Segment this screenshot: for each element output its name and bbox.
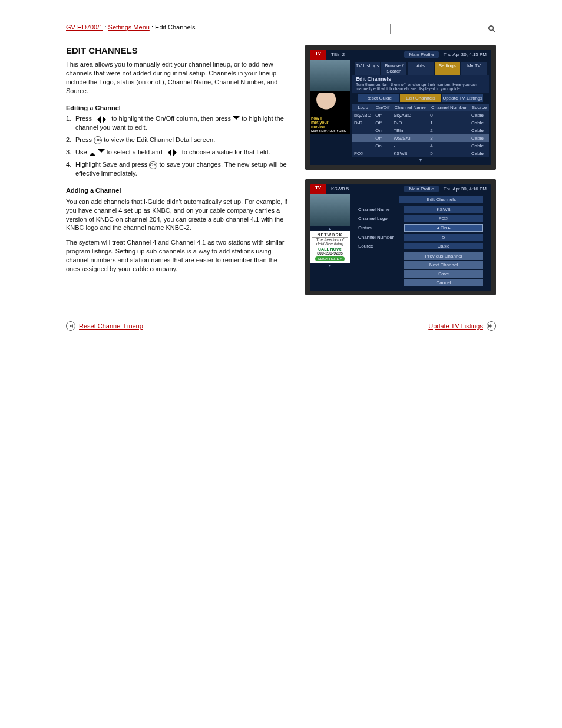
clock-label: Thu Apr 30, 4:16 PM — [444, 186, 487, 192]
cancel-button[interactable]: Cancel — [404, 279, 483, 286]
field-label: Status — [358, 225, 404, 230]
field-channel-number[interactable]: Channel Number 5 — [352, 233, 489, 242]
profile-badge: Main Profile — [404, 186, 438, 192]
rewind-icon — [66, 321, 75, 331]
ad-tagline: debt-free living — [312, 242, 348, 246]
ok-button-icon: OK — [94, 136, 102, 144]
field-status[interactable]: Status ◂ On ▸ — [352, 223, 489, 233]
field-channel-name[interactable]: Channel Name KSWB — [352, 205, 489, 214]
tab-browse[interactable]: Browse / Search — [381, 62, 406, 75]
screenshot-edit-channels-list: TV TBin 2 Main Profile Thu Apr 30, 4:15 … — [305, 45, 496, 170]
scroll-down-icon[interactable]: ▾ — [310, 263, 350, 268]
search-input[interactable] — [390, 24, 484, 34]
step-text: to highlight the On/Off column, then pre… — [111, 115, 233, 122]
field-label: Source — [358, 243, 404, 249]
fast-forward-icon — [487, 321, 496, 331]
col-number: Channel Number — [428, 104, 470, 111]
settings-subtabs: Reset Guide Edit Channels Update TV List… — [352, 93, 489, 104]
prev-article-link[interactable]: Reset Channel Lineup — [79, 322, 143, 330]
table-row[interactable]: FOX-KSWB5Cable — [352, 150, 489, 157]
search-form — [390, 24, 496, 34]
edit-step-3: Use to select a field and to choose a va… — [66, 148, 290, 157]
guide-tabs: TV Listings Browse / Search Ads Settings… — [352, 62, 489, 75]
tv-guide-logo: TV — [310, 50, 326, 60]
panel-heading: Edit Channels — [356, 76, 485, 82]
arrow-right-icon — [103, 116, 110, 123]
add-paragraph-2: The system will treat Channel 4 and Chan… — [66, 238, 290, 273]
tab-settings[interactable]: Settings — [435, 62, 460, 75]
arrow-left-icon — [164, 149, 171, 156]
preview-thumbnail — [310, 194, 350, 226]
ad-brand: NETWORK — [312, 233, 348, 238]
breadcrumb-current: : Edit Channels — [150, 24, 196, 31]
breadcrumb: GV-HD700/1 : Settings Menu : Edit Channe… — [66, 24, 196, 31]
ad-callout: CALL NOW! — [312, 247, 348, 251]
promo-himym: how i met your mother Mon 8:30/7:30c ●CB… — [310, 91, 350, 134]
field-value: Cable — [404, 243, 483, 249]
scroll-down-icon[interactable]: ▾ — [352, 157, 489, 163]
profile-badge: Main Profile — [404, 51, 438, 58]
screenshots-column: TV TBin 2 Main Profile Thu Apr 30, 4:15 … — [305, 45, 496, 305]
step-text: to select a field and — [107, 149, 164, 156]
clock-label: Thu Apr 30, 4:15 PM — [444, 52, 487, 57]
field-channel-logo[interactable]: Channel Logo FOX — [352, 214, 489, 223]
ok-button-icon: OK — [149, 161, 157, 169]
channels-table: Logo On/Off Channel Name Channel Number … — [352, 104, 489, 157]
table-row[interactable]: On-4Cable — [352, 142, 489, 150]
arrow-up-icon — [89, 149, 96, 156]
scroll-up-icon[interactable]: ▴ — [310, 226, 350, 231]
tab-ads[interactable]: Ads — [408, 62, 433, 75]
article-pagination: Reset Channel Lineup Update TV Listings — [66, 321, 496, 331]
article-body: EDIT CHANNELS This area allows you to ma… — [66, 45, 290, 305]
sidebar-ad[interactable]: NETWORK The freedom of debt-free living … — [310, 231, 350, 263]
table-row[interactable]: OffWS/SAT3Cable — [352, 134, 489, 142]
breadcrumb-link-section[interactable]: Settings Menu — [108, 24, 150, 31]
current-channel-label: KSWB 5 — [331, 186, 349, 192]
intro-paragraph: This area allows you to manually edit yo… — [66, 60, 290, 95]
col-onoff: On/Off — [373, 104, 392, 111]
arrow-left-icon — [94, 116, 101, 123]
table-row[interactable]: D-DOffD-D1Cable — [352, 119, 489, 127]
tab-my-tv[interactable]: My TV — [461, 62, 487, 75]
step-text: Highlight Save and press — [75, 161, 149, 168]
subtab-edit[interactable]: Edit Channels — [400, 94, 441, 102]
field-label: Channel Number — [358, 235, 404, 240]
tv-guide-logo: TV — [310, 184, 326, 194]
svg-line-1 — [493, 30, 495, 32]
previous-channel-button[interactable]: Previous Channel — [404, 252, 483, 260]
step-text: Press — [75, 115, 94, 122]
next-channel-button[interactable]: Next Channel — [404, 261, 483, 269]
edit-steps-list: Press to highlight the On/Off column, th… — [66, 114, 290, 178]
table-row[interactable]: skyABCOffSkyABC0Cable — [352, 111, 489, 119]
search-icon[interactable] — [488, 25, 496, 33]
ad-phone: 800-238-9225 — [317, 251, 343, 255]
edit-step-2: Press OK to view the Edit Channel Detail… — [66, 136, 290, 144]
breadcrumb-link-product[interactable]: GV-HD700/1 — [66, 24, 103, 31]
subheading-add: Adding a Channel — [66, 186, 290, 195]
field-value: 5 — [404, 234, 483, 241]
current-channel-label: TBin 2 — [331, 52, 345, 57]
guide-sidebar: ▴ NETWORK The freedom of debt-free livin… — [310, 194, 350, 291]
ad-tagline: The freedom of — [312, 238, 348, 242]
next-article-link[interactable]: Update TV Listings — [428, 322, 483, 330]
field-label: Channel Logo — [358, 216, 404, 221]
preview-thumbnail — [310, 60, 350, 91]
arrow-down-icon — [233, 116, 240, 123]
col-name: Channel Name — [392, 104, 428, 111]
step-text: Press — [75, 136, 94, 143]
subtab-update[interactable]: Update TV Listings — [442, 94, 483, 102]
save-button[interactable]: Save — [404, 270, 483, 278]
edit-step-4: Highlight Save and press OK to save your… — [66, 160, 290, 178]
subtab-reset[interactable]: Reset Guide — [358, 94, 399, 102]
edit-step-1: Press to highlight the On/Off column, th… — [66, 114, 290, 132]
tab-tv-listings[interactable]: TV Listings — [355, 62, 380, 75]
field-source[interactable]: Source Cable — [352, 242, 489, 251]
ad-cta-button[interactable]: CLICK HERE > — [315, 256, 344, 261]
col-source: Source — [470, 104, 489, 111]
arrow-right-icon — [173, 149, 180, 156]
table-row[interactable]: OnTBin2Cable — [352, 127, 489, 134]
panel-heading: Edit Channels — [399, 196, 483, 203]
col-logo: Logo — [352, 104, 373, 111]
add-paragraph-1: You can add channels that i-Guide didn't… — [66, 197, 290, 232]
field-value: ◂ On ▸ — [404, 224, 483, 232]
